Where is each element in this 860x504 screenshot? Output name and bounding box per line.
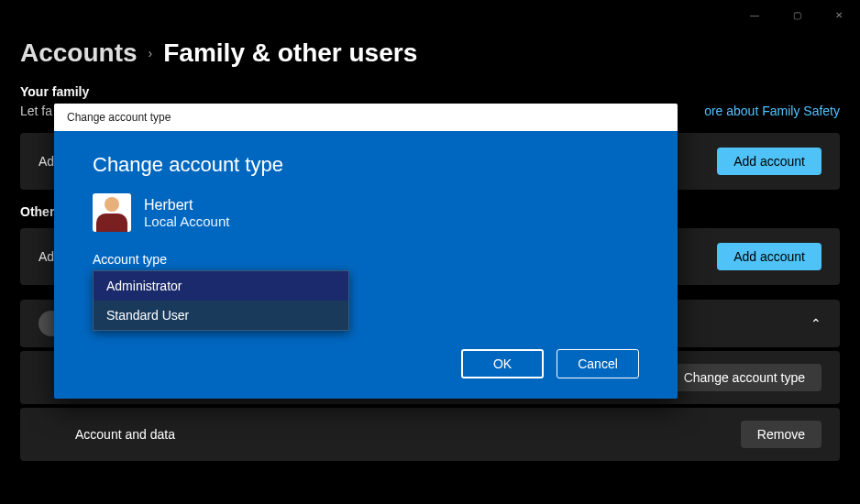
- window-titlebar: — ▢ ✕: [0, 0, 860, 29]
- maximize-button[interactable]: ▢: [776, 0, 818, 29]
- user-avatar-icon: [93, 193, 131, 232]
- dialog-titlebar: Change account type: [54, 104, 678, 131]
- change-account-type-button[interactable]: Change account type: [667, 364, 821, 391]
- family-safety-link[interactable]: ore about Family Safety: [704, 104, 840, 118]
- add-family-account-button[interactable]: Add account: [717, 148, 821, 175]
- add-other-account-button[interactable]: Add account: [717, 243, 821, 270]
- remove-account-button[interactable]: Remove: [741, 421, 821, 448]
- account-data-row: Account and data Remove: [20, 408, 840, 461]
- account-type-dropdown[interactable]: Administrator Standard User: [93, 270, 349, 331]
- dialog-heading: Change account type: [93, 153, 639, 177]
- account-data-label: Account and data: [75, 427, 175, 442]
- ok-button[interactable]: OK: [461, 349, 544, 378]
- desc-text: Let fa: [20, 104, 52, 118]
- chevron-right-icon: ›: [149, 46, 153, 60]
- page-title: Family & other users: [163, 38, 417, 68]
- family-add-label: Ad: [39, 154, 54, 169]
- minimize-button[interactable]: —: [733, 0, 776, 29]
- dropdown-option-administrator[interactable]: Administrator: [94, 271, 348, 301]
- change-account-type-dialog: Change account type Change account type …: [54, 104, 678, 399]
- account-type-field-label: Account type: [93, 252, 639, 267]
- family-section-title: Your family: [20, 84, 840, 99]
- chevron-up-icon: ⌃: [810, 316, 821, 331]
- breadcrumb-root[interactable]: Accounts: [20, 38, 138, 68]
- other-add-label: Ad: [39, 249, 54, 264]
- dropdown-option-standard-user[interactable]: Standard User: [94, 301, 348, 330]
- cancel-button[interactable]: Cancel: [557, 349, 639, 378]
- breadcrumb: Accounts › Family & other users: [20, 38, 840, 68]
- dialog-user-name: Herbert: [144, 197, 229, 214]
- dialog-user-info: Herbert Local Account: [93, 193, 639, 232]
- close-window-button[interactable]: ✕: [818, 0, 860, 29]
- dialog-user-account-type: Local Account: [144, 214, 229, 229]
